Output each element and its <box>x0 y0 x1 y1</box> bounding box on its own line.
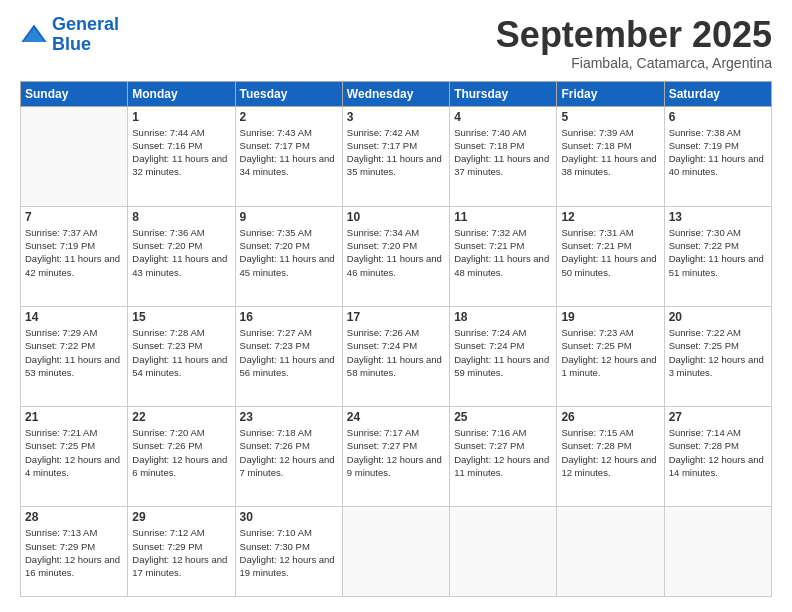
weekday-header: Sunday <box>21 81 128 106</box>
day-number: 2 <box>240 110 338 124</box>
day-number: 7 <box>25 210 123 224</box>
calendar-cell: 12Sunrise: 7:31 AMSunset: 7:21 PMDayligh… <box>557 206 664 306</box>
calendar-cell: 22Sunrise: 7:20 AMSunset: 7:26 PMDayligh… <box>128 407 235 507</box>
day-number: 1 <box>132 110 230 124</box>
calendar-cell: 13Sunrise: 7:30 AMSunset: 7:22 PMDayligh… <box>664 206 771 306</box>
calendar-cell: 10Sunrise: 7:34 AMSunset: 7:20 PMDayligh… <box>342 206 449 306</box>
calendar-cell: 1Sunrise: 7:44 AMSunset: 7:16 PMDaylight… <box>128 106 235 206</box>
calendar-cell <box>557 507 664 597</box>
day-number: 30 <box>240 510 338 524</box>
day-info: Sunrise: 7:35 AMSunset: 7:20 PMDaylight:… <box>240 226 338 279</box>
calendar-table: SundayMondayTuesdayWednesdayThursdayFrid… <box>20 81 772 597</box>
logo-line2: Blue <box>52 34 91 54</box>
weekday-header: Thursday <box>450 81 557 106</box>
day-number: 16 <box>240 310 338 324</box>
day-number: 3 <box>347 110 445 124</box>
day-info: Sunrise: 7:30 AMSunset: 7:22 PMDaylight:… <box>669 226 767 279</box>
weekday-header: Tuesday <box>235 81 342 106</box>
month-title: September 2025 <box>496 15 772 55</box>
day-number: 23 <box>240 410 338 424</box>
day-info: Sunrise: 7:27 AMSunset: 7:23 PMDaylight:… <box>240 326 338 379</box>
day-number: 22 <box>132 410 230 424</box>
calendar-cell: 16Sunrise: 7:27 AMSunset: 7:23 PMDayligh… <box>235 306 342 406</box>
day-info: Sunrise: 7:17 AMSunset: 7:27 PMDaylight:… <box>347 426 445 479</box>
day-number: 20 <box>669 310 767 324</box>
calendar-cell: 7Sunrise: 7:37 AMSunset: 7:19 PMDaylight… <box>21 206 128 306</box>
calendar-cell: 18Sunrise: 7:24 AMSunset: 7:24 PMDayligh… <box>450 306 557 406</box>
calendar-cell: 23Sunrise: 7:18 AMSunset: 7:26 PMDayligh… <box>235 407 342 507</box>
day-number: 8 <box>132 210 230 224</box>
day-info: Sunrise: 7:16 AMSunset: 7:27 PMDaylight:… <box>454 426 552 479</box>
day-number: 21 <box>25 410 123 424</box>
calendar-cell: 14Sunrise: 7:29 AMSunset: 7:22 PMDayligh… <box>21 306 128 406</box>
day-number: 6 <box>669 110 767 124</box>
title-block: September 2025 Fiambala, Catamarca, Arge… <box>496 15 772 71</box>
day-number: 28 <box>25 510 123 524</box>
calendar-cell: 3Sunrise: 7:42 AMSunset: 7:17 PMDaylight… <box>342 106 449 206</box>
day-number: 10 <box>347 210 445 224</box>
day-number: 9 <box>240 210 338 224</box>
day-number: 27 <box>669 410 767 424</box>
day-info: Sunrise: 7:12 AMSunset: 7:29 PMDaylight:… <box>132 526 230 579</box>
calendar-week-row: 21Sunrise: 7:21 AMSunset: 7:25 PMDayligh… <box>21 407 772 507</box>
location-subtitle: Fiambala, Catamarca, Argentina <box>496 55 772 71</box>
day-info: Sunrise: 7:15 AMSunset: 7:28 PMDaylight:… <box>561 426 659 479</box>
calendar-cell: 8Sunrise: 7:36 AMSunset: 7:20 PMDaylight… <box>128 206 235 306</box>
calendar-cell: 25Sunrise: 7:16 AMSunset: 7:27 PMDayligh… <box>450 407 557 507</box>
day-info: Sunrise: 7:39 AMSunset: 7:18 PMDaylight:… <box>561 126 659 179</box>
day-info: Sunrise: 7:13 AMSunset: 7:29 PMDaylight:… <box>25 526 123 579</box>
calendar-week-row: 7Sunrise: 7:37 AMSunset: 7:19 PMDaylight… <box>21 206 772 306</box>
calendar-cell <box>21 106 128 206</box>
day-info: Sunrise: 7:40 AMSunset: 7:18 PMDaylight:… <box>454 126 552 179</box>
calendar-cell: 6Sunrise: 7:38 AMSunset: 7:19 PMDaylight… <box>664 106 771 206</box>
day-info: Sunrise: 7:42 AMSunset: 7:17 PMDaylight:… <box>347 126 445 179</box>
day-info: Sunrise: 7:24 AMSunset: 7:24 PMDaylight:… <box>454 326 552 379</box>
calendar-cell: 27Sunrise: 7:14 AMSunset: 7:28 PMDayligh… <box>664 407 771 507</box>
day-info: Sunrise: 7:38 AMSunset: 7:19 PMDaylight:… <box>669 126 767 179</box>
calendar-cell: 11Sunrise: 7:32 AMSunset: 7:21 PMDayligh… <box>450 206 557 306</box>
calendar-cell: 20Sunrise: 7:22 AMSunset: 7:25 PMDayligh… <box>664 306 771 406</box>
calendar-cell: 29Sunrise: 7:12 AMSunset: 7:29 PMDayligh… <box>128 507 235 597</box>
calendar-cell <box>342 507 449 597</box>
day-number: 19 <box>561 310 659 324</box>
day-info: Sunrise: 7:26 AMSunset: 7:24 PMDaylight:… <box>347 326 445 379</box>
day-info: Sunrise: 7:29 AMSunset: 7:22 PMDaylight:… <box>25 326 123 379</box>
day-info: Sunrise: 7:18 AMSunset: 7:26 PMDaylight:… <box>240 426 338 479</box>
calendar-week-row: 28Sunrise: 7:13 AMSunset: 7:29 PMDayligh… <box>21 507 772 597</box>
day-info: Sunrise: 7:44 AMSunset: 7:16 PMDaylight:… <box>132 126 230 179</box>
logo: General Blue <box>20 15 119 55</box>
logo-icon <box>20 21 48 49</box>
logo-line1: General <box>52 14 119 34</box>
calendar-week-row: 14Sunrise: 7:29 AMSunset: 7:22 PMDayligh… <box>21 306 772 406</box>
day-info: Sunrise: 7:22 AMSunset: 7:25 PMDaylight:… <box>669 326 767 379</box>
day-info: Sunrise: 7:10 AMSunset: 7:30 PMDaylight:… <box>240 526 338 579</box>
logo-text: General Blue <box>52 15 119 55</box>
day-info: Sunrise: 7:32 AMSunset: 7:21 PMDaylight:… <box>454 226 552 279</box>
calendar-cell: 17Sunrise: 7:26 AMSunset: 7:24 PMDayligh… <box>342 306 449 406</box>
calendar-cell: 21Sunrise: 7:21 AMSunset: 7:25 PMDayligh… <box>21 407 128 507</box>
page: General Blue September 2025 Fiambala, Ca… <box>0 0 792 612</box>
day-number: 11 <box>454 210 552 224</box>
day-info: Sunrise: 7:21 AMSunset: 7:25 PMDaylight:… <box>25 426 123 479</box>
header: General Blue September 2025 Fiambala, Ca… <box>20 15 772 71</box>
day-info: Sunrise: 7:36 AMSunset: 7:20 PMDaylight:… <box>132 226 230 279</box>
day-number: 26 <box>561 410 659 424</box>
day-number: 12 <box>561 210 659 224</box>
day-number: 13 <box>669 210 767 224</box>
day-info: Sunrise: 7:14 AMSunset: 7:28 PMDaylight:… <box>669 426 767 479</box>
day-number: 14 <box>25 310 123 324</box>
day-info: Sunrise: 7:43 AMSunset: 7:17 PMDaylight:… <box>240 126 338 179</box>
day-number: 5 <box>561 110 659 124</box>
day-info: Sunrise: 7:20 AMSunset: 7:26 PMDaylight:… <box>132 426 230 479</box>
calendar-cell: 24Sunrise: 7:17 AMSunset: 7:27 PMDayligh… <box>342 407 449 507</box>
calendar-cell: 19Sunrise: 7:23 AMSunset: 7:25 PMDayligh… <box>557 306 664 406</box>
calendar-cell: 4Sunrise: 7:40 AMSunset: 7:18 PMDaylight… <box>450 106 557 206</box>
weekday-header: Monday <box>128 81 235 106</box>
weekday-header: Wednesday <box>342 81 449 106</box>
calendar-cell: 30Sunrise: 7:10 AMSunset: 7:30 PMDayligh… <box>235 507 342 597</box>
day-info: Sunrise: 7:23 AMSunset: 7:25 PMDaylight:… <box>561 326 659 379</box>
day-info: Sunrise: 7:28 AMSunset: 7:23 PMDaylight:… <box>132 326 230 379</box>
weekday-header-row: SundayMondayTuesdayWednesdayThursdayFrid… <box>21 81 772 106</box>
calendar-cell <box>450 507 557 597</box>
day-number: 4 <box>454 110 552 124</box>
